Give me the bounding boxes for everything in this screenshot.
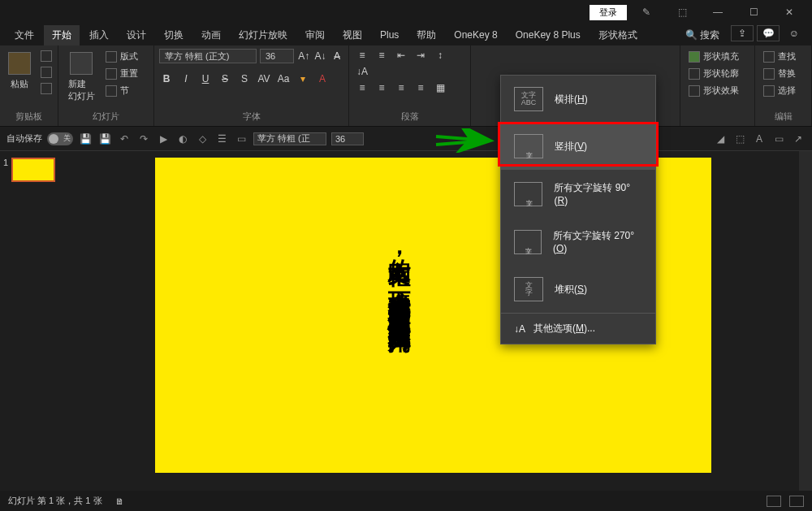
search-input[interactable]: 🔍 搜索 — [677, 25, 728, 45]
menu-onekey8[interactable]: OneKey 8 — [446, 26, 505, 44]
save-icon-2[interactable]: 💾 — [97, 132, 112, 146]
qat-right-icon[interactable]: ↗ — [791, 132, 806, 146]
qat-icon[interactable]: ◇ — [195, 132, 209, 146]
font-label: 字体 — [159, 109, 343, 123]
vertical-text-content[interactable]: 的文本框，接下来我们需要将横向排列的文字内容快速转换成竖向排列。 — [382, 241, 416, 339]
autosave-toggle[interactable]: 自动保存 关 — [6, 132, 73, 145]
qat-right-icon[interactable]: ⬚ — [732, 132, 747, 146]
shape-fill-button[interactable]: 形状填充 — [685, 49, 742, 64]
font-size-select[interactable] — [260, 49, 294, 63]
notes-icon[interactable]: 🗎 — [115, 496, 124, 506]
editing-label: 编辑 — [760, 109, 806, 123]
text-direction-rotate90[interactable]: 文字 所有文字旋转 90°(R) — [501, 170, 655, 218]
qat-font-select[interactable] — [253, 132, 326, 145]
copy-button[interactable] — [37, 65, 55, 80]
font-color-button[interactable]: A — [315, 71, 330, 86]
menu-transitions[interactable]: 切换 — [156, 25, 192, 45]
align-center-button[interactable]: ≡ — [374, 81, 390, 94]
menu-help[interactable]: 帮助 — [408, 25, 444, 45]
menu-shapeformat[interactable]: 形状格式 — [590, 25, 646, 45]
format-painter-button[interactable] — [37, 81, 55, 96]
change-case-button[interactable]: Aa — [276, 71, 291, 86]
thumbnail-1[interactable]: 1 — [3, 158, 63, 182]
align-justify-button[interactable]: ≡ — [412, 81, 429, 94]
align-left-button[interactable]: ≡ — [354, 81, 370, 94]
text-direction-more-options[interactable]: ↓A 其他选项(M)... — [501, 313, 655, 344]
login-button[interactable]: 登录 — [590, 5, 627, 20]
sorter-view-button[interactable] — [789, 496, 804, 507]
menu-plus[interactable]: Plus — [372, 26, 407, 44]
qat-size-select[interactable] — [331, 132, 364, 145]
smile-icon[interactable]: ☺ — [783, 25, 806, 41]
qat-right-icon[interactable]: A — [752, 132, 767, 146]
normal-view-button[interactable] — [767, 496, 781, 507]
bullets-button[interactable]: ≡ — [354, 49, 370, 62]
reset-button[interactable]: 重置 — [102, 66, 141, 81]
menu-slideshow[interactable]: 幻灯片放映 — [231, 25, 296, 45]
layout-button[interactable]: 版式 — [102, 49, 141, 64]
increase-font-icon[interactable]: A↑ — [297, 49, 310, 63]
text-direction-button[interactable]: ↓A — [354, 65, 370, 78]
replace-button[interactable]: 替换 — [760, 66, 799, 81]
menu-review[interactable]: 审阅 — [297, 25, 333, 45]
indent-inc-button[interactable]: ⇥ — [412, 49, 429, 62]
shape-outline-button[interactable]: 形状轮廓 — [685, 66, 742, 81]
text-direction-stacked[interactable]: 文字 堆积(S) — [501, 266, 655, 313]
columns-button[interactable]: ▦ — [432, 81, 448, 94]
menu-view[interactable]: 视图 — [335, 25, 370, 45]
section-button[interactable]: 节 — [102, 83, 141, 98]
stacked-icon: 文字 — [514, 277, 543, 301]
char-spacing-button[interactable]: AV — [257, 71, 271, 86]
shape-effects-button[interactable]: 形状效果 — [685, 83, 742, 98]
start-slideshow-icon[interactable]: ▶ — [156, 132, 171, 146]
text-direction-vertical[interactable]: 文字 竖排(V) — [501, 123, 655, 170]
slides-label: 幻灯片 — [63, 109, 149, 123]
qat-right-icon[interactable]: ▭ — [771, 132, 786, 146]
menu-onekey8plus[interactable]: OneKey 8 Plus — [508, 26, 589, 44]
horizontal-icon: 文字ABC — [514, 87, 543, 111]
qat-icon[interactable]: ☰ — [214, 132, 229, 146]
close-icon[interactable]: ✕ — [773, 0, 806, 24]
line-spacing-button[interactable]: ↕ — [432, 49, 448, 62]
vertical-scrollbar[interactable] — [799, 151, 812, 491]
menu-design[interactable]: 设计 — [119, 25, 154, 45]
font-name-select[interactable] — [159, 49, 257, 63]
text-direction-horizontal[interactable]: 文字ABC 横排(H) — [501, 76, 655, 123]
highlight-button[interactable]: ▾ — [296, 71, 310, 86]
comments-icon[interactable]: 💬 — [757, 25, 780, 41]
share-icon[interactable]: ⇪ — [731, 25, 754, 41]
save-icon[interactable]: 💾 — [78, 132, 93, 146]
touch-mode-icon[interactable]: ✎ — [630, 0, 663, 24]
redo-icon[interactable]: ↷ — [136, 132, 151, 146]
menu-animations[interactable]: 动画 — [193, 25, 229, 45]
minimize-icon[interactable]: — — [702, 0, 734, 24]
italic-button[interactable]: I — [179, 71, 193, 86]
bold-button[interactable]: B — [159, 71, 174, 86]
workspace: 1 的文本框，接下来我们需要将横向排列的文字内容快速转换成竖向排列。 — [0, 151, 812, 491]
rotate270-icon: 文字 — [514, 230, 542, 254]
clear-format-icon[interactable]: A̶ — [330, 49, 343, 63]
numbering-button[interactable]: ≡ — [374, 49, 390, 62]
menu-home[interactable]: 开始 — [44, 25, 80, 45]
shadow-button[interactable]: S — [237, 71, 252, 86]
strikethrough-button[interactable]: S — [218, 71, 232, 86]
menu-file[interactable]: 文件 — [6, 25, 42, 45]
underline-button[interactable]: U — [198, 71, 213, 86]
undo-icon[interactable]: ↶ — [117, 132, 132, 146]
decrease-font-icon[interactable]: A↓ — [313, 49, 326, 63]
new-slide-button[interactable]: 新建 幻灯片 — [63, 49, 99, 106]
qat-icon[interactable]: ▭ — [234, 132, 248, 146]
qat-right-icon[interactable]: ◢ — [713, 132, 728, 146]
annotation-green-arrow — [433, 128, 498, 153]
text-direction-rotate270[interactable]: 文字 所有文字旋转 270°(O) — [501, 218, 655, 266]
maximize-icon[interactable]: ☐ — [737, 0, 770, 24]
ribbon-display-icon[interactable]: ⬚ — [666, 0, 698, 24]
align-right-button[interactable]: ≡ — [393, 81, 409, 94]
paste-button[interactable]: 粘贴 — [5, 49, 34, 93]
indent-dec-button[interactable]: ⇤ — [393, 49, 409, 62]
qat-icon[interactable]: ◐ — [175, 132, 190, 146]
select-button[interactable]: 选择 — [760, 83, 799, 98]
menu-insert[interactable]: 插入 — [81, 25, 117, 45]
cut-button[interactable] — [37, 49, 55, 63]
find-button[interactable]: 查找 — [760, 49, 799, 64]
